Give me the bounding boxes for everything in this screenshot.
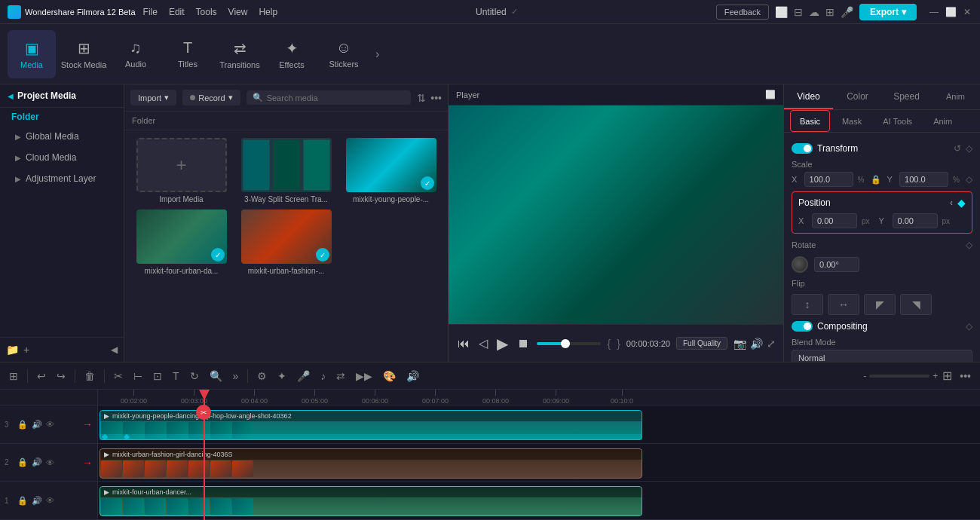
quality-button[interactable]: Full Quality [676,337,727,350]
mic-icon[interactable]: 🎤 [841,6,853,18]
fullscreen-icon[interactable]: ⤢ [767,338,776,350]
subtab-basic[interactable]: Basic [790,110,830,132]
tab-video[interactable]: Video [784,84,833,109]
reset-icon[interactable]: ↺ [954,143,961,154]
cloud-icon[interactable]: ☁ [809,6,819,18]
player-expand-icon[interactable]: ⬜ [765,90,776,99]
text-icon[interactable]: T [170,369,182,384]
toggle-grid-icon[interactable]: ⊞ [942,369,952,383]
undo-icon[interactable]: ↩ [34,369,49,384]
flip-corner-tr-button[interactable]: ◥ [900,294,932,315]
maximize-button[interactable]: ⬜ [945,7,956,17]
track-3-lock-icon[interactable]: 🔒 [17,420,28,430]
new-folder-icon[interactable]: 📁 [6,344,19,356]
track-1-mute-icon[interactable]: 🔊 [32,496,42,506]
redo-icon[interactable]: ↪ [54,369,69,384]
scale-x-input[interactable] [804,172,853,187]
progress-bar[interactable] [537,342,601,345]
media-item-urban-fashion[interactable]: ✓ mixkit-urban-fashion-... [237,210,335,275]
more-timeline-icon[interactable]: » [230,369,242,384]
track-2-mute-icon[interactable]: 🔊 [32,457,42,467]
zoom-in-timeline-icon[interactable]: + [933,371,938,381]
toolbar-media[interactable]: ▣ Media [8,30,56,78]
tab-anim[interactable]: Anim [931,84,980,109]
zoom-out-icon[interactable]: - [863,371,866,381]
speed-icon[interactable]: ▶▶ [353,369,375,384]
track-3-eye-icon[interactable]: 👁 [46,420,54,429]
menu-file[interactable]: File [143,7,158,17]
menu-help[interactable]: Help [259,7,277,17]
position-arrow-icon[interactable]: ‹ [950,197,953,208]
track-clip-1[interactable]: ▶ mixkit-four-urban-dancer... [100,486,642,516]
compositing-toggle[interactable] [792,321,813,332]
toolbar-transitions[interactable]: ⇄ Transitions [216,30,264,78]
split-icon[interactable]: ⊟ [794,6,803,18]
crop-icon[interactable]: ⊡ [150,369,165,384]
cut-icon[interactable]: ✂ [111,369,126,384]
flip-vertical-button[interactable]: ↕ [792,294,823,315]
menu-tools[interactable]: Tools [196,7,217,17]
media-item-split-screen[interactable]: 3-Way Split Screen Tra... [237,138,335,203]
sort-icon[interactable]: ⇅ [417,92,426,104]
media-item-four-urban[interactable]: ✓ mixkit-four-urban-da... [132,210,231,275]
compositing-reset-icon[interactable]: ◇ [966,321,972,332]
left-panel-cloud-media[interactable]: ▶ Cloud Media [0,147,124,168]
play-button[interactable]: ▶ [495,333,510,354]
export-button[interactable]: Export ▾ [859,4,917,20]
screenshot-icon[interactable]: 📷 [733,338,746,350]
rotate-reset-icon[interactable]: ◇ [966,240,972,250]
diamond-restore-icon[interactable]: ◇ [966,143,972,154]
close-button[interactable]: ✕ [962,7,972,17]
media-item-import[interactable]: + Import Media [132,138,231,203]
scale-y-input[interactable] [899,172,948,187]
player-video-area[interactable] [449,106,783,324]
blend-mode-select[interactable]: Normal Multiply Screen Overlay [792,350,972,362]
skip-back-button[interactable]: ⏮ [456,335,471,352]
color-tl-icon[interactable]: 🎨 [380,369,399,384]
flip-corner-tl-button[interactable]: ◤ [864,294,896,315]
music-icon[interactable]: ♪ [317,369,329,384]
toolbar-stock-media[interactable]: ⊞ Stock Media [60,30,108,78]
subtab-mask[interactable]: Mask [833,110,871,132]
pos-x-input[interactable] [812,213,857,228]
timeline-grid-icon[interactable]: ⊞ [6,369,21,384]
trim-icon[interactable]: ⊢ [130,369,145,384]
magic-icon[interactable]: ✦ [274,369,289,384]
lock-icon[interactable]: 🔒 [871,175,881,185]
transform-toggle[interactable] [792,143,813,154]
record-button[interactable]: Record ▾ [182,90,240,106]
frame-back-button[interactable]: ◁ [477,335,489,352]
search-input[interactable] [267,93,406,102]
delete-icon[interactable]: 🗑 [81,369,98,384]
tab-speed[interactable]: Speed [882,84,931,109]
tab-color[interactable]: Color [833,84,882,109]
settings-icon[interactable]: ⚙ [254,369,270,384]
import-button[interactable]: Import ▾ [130,90,176,106]
media-item-young-people[interactable]: ✓ mixkit-young-people-... [341,138,440,203]
track-2-lock-icon[interactable]: 🔒 [17,457,28,467]
toolbar-more-icon[interactable]: › [372,47,383,61]
toolbar-titles[interactable]: T Titles [164,30,212,78]
position-diamond-icon[interactable]: ◆ [957,197,966,209]
flip-horizontal-button[interactable]: ↔ [828,294,859,315]
timeline-playhead[interactable]: ✂ [204,390,205,520]
scale-reset-icon[interactable]: ◇ [966,174,972,185]
subtab-anim[interactable]: Anim [924,110,961,132]
track-2-eye-icon[interactable]: 👁 [46,458,54,467]
track-1-eye-icon[interactable]: 👁 [46,496,54,505]
track-1-lock-icon[interactable]: 🔒 [17,496,28,506]
folder-label[interactable]: Folder [0,108,124,126]
minimize-button[interactable]: — [929,7,939,17]
toolbar-audio[interactable]: ♫ Audio [112,30,160,78]
pos-y-input[interactable] [893,213,938,228]
zoom-slider[interactable] [869,375,929,378]
left-panel-global-media[interactable]: ▶ Global Media [0,126,124,147]
more-end-icon[interactable]: ••• [957,369,974,384]
rotate-input[interactable] [814,257,859,272]
volume-tl-icon[interactable]: 🔊 [403,369,422,384]
toolbar-effects[interactable]: ✦ Effects [268,30,316,78]
monitor-icon[interactable]: ⬜ [775,6,788,18]
volume-icon[interactable]: 🔊 [750,338,763,350]
rotate-wheel[interactable] [792,256,808,273]
left-panel-adjustment-layer[interactable]: ▶ Adjustment Layer [0,168,124,189]
